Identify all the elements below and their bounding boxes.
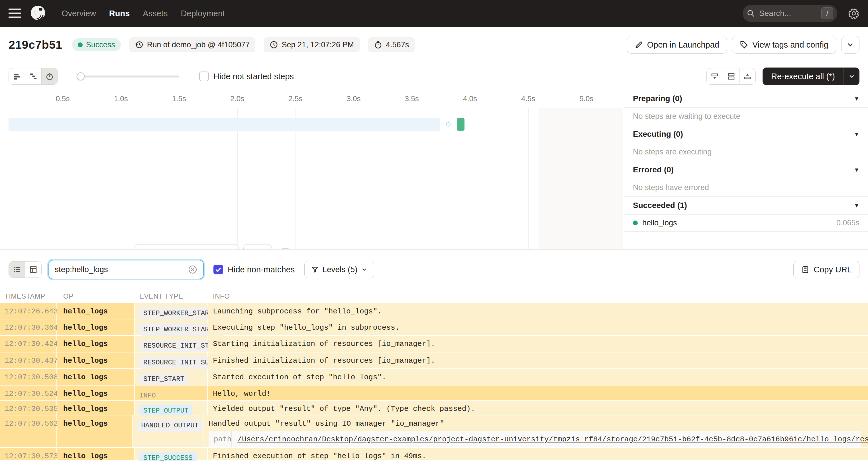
collapse-triangle-icon[interactable]: ▼ bbox=[854, 167, 860, 173]
run-tag[interactable]: Run of demo_job @ 4f105077 bbox=[129, 37, 256, 52]
open-in-launchpad-button[interactable]: Open in Launchpad bbox=[627, 36, 727, 54]
axis-tick-label: 4.0s bbox=[463, 94, 477, 103]
nav-link-deployment[interactable]: Deployment bbox=[181, 9, 225, 18]
axis-tick-label: 2.0s bbox=[230, 94, 244, 103]
step-marker-circle[interactable] bbox=[446, 122, 451, 126]
log-row[interactable]: 12:07:30.573 hello_logs STEP_SUCCESS Fin… bbox=[0, 448, 868, 460]
section-title: Executing (0) bbox=[633, 130, 683, 139]
expand-bottom-panel-button[interactable] bbox=[707, 68, 723, 84]
section-header[interactable]: Succeeded (1) ▼ bbox=[624, 196, 868, 215]
gantt-waterfall-view-button[interactable] bbox=[25, 68, 41, 84]
log-row[interactable]: 12:07:26.643 hello_logs STEP_WORKER_STAR… bbox=[0, 303, 868, 319]
section-empty-text: No steps are waiting to execute bbox=[624, 108, 868, 125]
run-status-panel: Preparing (0) ▼ No steps are waiting to … bbox=[624, 90, 868, 249]
log-view-mode-group bbox=[8, 261, 41, 278]
step-subset-input[interactable] bbox=[134, 244, 239, 249]
copy-url-button[interactable]: Copy URL bbox=[793, 261, 860, 278]
path-link[interactable]: /Users/erincochran/Desktop/dagster-examp… bbox=[237, 435, 868, 443]
collapse-triangle-icon[interactable]: ▼ bbox=[854, 95, 860, 102]
log-row[interactable]: 12:07:30.524 hello_logs INFO Hello, worl… bbox=[0, 386, 868, 401]
nav-link-runs[interactable]: Runs bbox=[109, 9, 130, 18]
section-header[interactable]: Executing (0) ▼ bbox=[624, 125, 868, 143]
log-event-type: STEP_START bbox=[135, 369, 208, 385]
collapse-triangle-icon[interactable]: ▼ bbox=[854, 202, 860, 209]
log-op: hello_logs bbox=[57, 448, 135, 460]
hide-not-started-checkbox[interactable] bbox=[199, 71, 209, 81]
log-event-type: RESOURCE_INIT_SUCC… bbox=[135, 352, 208, 368]
log-structured-view-button[interactable] bbox=[25, 262, 41, 278]
menu-icon[interactable] bbox=[8, 8, 21, 18]
gantt-toolbar: Hide not started steps Re-execute all (*… bbox=[0, 63, 868, 90]
log-filter-input[interactable] bbox=[49, 260, 204, 279]
levels-dropdown-button[interactable]: Levels (5) bbox=[304, 261, 374, 278]
section-title: Succeeded (1) bbox=[633, 201, 687, 210]
stopwatch-icon bbox=[374, 40, 382, 49]
log-op: hello_logs bbox=[57, 336, 135, 352]
log-list-view-button[interactable] bbox=[9, 262, 25, 278]
log-row[interactable]: 12:07:30.535 hello_logs STEP_OUTPUT Yiel… bbox=[0, 401, 868, 416]
log-row[interactable]: 12:07:30.424 hello_logs RESOURCE_INIT_ST… bbox=[0, 336, 868, 352]
gantt-view-mode-group bbox=[8, 68, 58, 85]
gantt-chart: 0.5s1.0s1.5s2.0s2.5s3.0s3.5s4.0s4.5s5.0s… bbox=[0, 90, 624, 249]
event-type-chip: INFO bbox=[140, 390, 160, 402]
gantt-flat-view-button[interactable] bbox=[9, 68, 25, 84]
axis-tick-label: 4.5s bbox=[521, 94, 535, 103]
log-section: Hide non-matches Levels (5) Copy URL TIM… bbox=[0, 249, 868, 461]
dagster-logo-icon[interactable] bbox=[30, 5, 47, 22]
section-header[interactable]: Errored (0) ▼ bbox=[624, 161, 868, 179]
graph-query-toggle-button[interactable] bbox=[243, 244, 272, 249]
gantt-zoom-slider[interactable] bbox=[76, 72, 179, 80]
nav-link-assets[interactable]: Assets bbox=[143, 9, 167, 18]
log-op: hello_logs bbox=[57, 303, 135, 319]
log-info: Started execution of step "hello_logs". bbox=[208, 369, 868, 385]
log-event-type: RESOURCE_INIT_STAR… bbox=[135, 336, 208, 352]
axis-tick-label: 0.5s bbox=[56, 94, 69, 103]
column-header: EVENT TYPE bbox=[135, 289, 208, 303]
run-more-actions-button[interactable] bbox=[841, 36, 860, 54]
hide-non-matches-checkbox[interactable] bbox=[213, 265, 223, 274]
log-filter-field[interactable] bbox=[55, 265, 188, 274]
event-type-chip: STEP_OUTPUT bbox=[140, 405, 192, 417]
axis-tick-label: 3.0s bbox=[346, 94, 361, 103]
collapse-triangle-icon[interactable]: ▼ bbox=[854, 131, 860, 137]
clipboard-icon bbox=[801, 265, 810, 274]
axis-tick-label: 2.5s bbox=[288, 94, 302, 103]
pencil-icon bbox=[634, 40, 643, 49]
run-tag[interactable]: 4.567s bbox=[368, 37, 414, 52]
log-info: Hello, world! bbox=[208, 386, 868, 400]
view-tags-config-button[interactable]: View tags and config bbox=[732, 36, 836, 54]
log-row[interactable]: 12:07:30.364 hello_logs STEP_WORKER_STAR… bbox=[0, 319, 868, 336]
search-input[interactable]: Search... / bbox=[743, 5, 837, 22]
slider-knob[interactable] bbox=[76, 72, 85, 80]
nav-links: OverviewRunsAssetsDeployment bbox=[62, 9, 225, 18]
gantt-timed-view-button[interactable] bbox=[41, 68, 58, 84]
reexecute-dropdown-button[interactable] bbox=[843, 67, 860, 85]
log-table-header: TIMESTAMPOPEVENT TYPEINFO bbox=[0, 289, 868, 303]
log-event-type: STEP_WORKER_STARTED bbox=[135, 319, 208, 335]
nav-link-overview[interactable]: Overview bbox=[62, 9, 96, 18]
step-bar-hello-logs[interactable] bbox=[457, 118, 464, 131]
reexecute-all-button[interactable]: Re-execute all (*) bbox=[763, 67, 860, 85]
run-tag[interactable]: Sep 21, 12:07:26 PM bbox=[264, 37, 360, 52]
section-header[interactable]: Preparing (0) ▼ bbox=[624, 90, 868, 108]
log-timestamp: 12:07:30.364 bbox=[0, 319, 57, 335]
section-empty-text: No steps have errored bbox=[624, 179, 868, 196]
log-timestamp: 12:07:30.508 bbox=[0, 369, 57, 385]
step-subset-controls: Hide unselected steps bbox=[134, 244, 376, 249]
log-info: Finished initialization of resources [io… bbox=[208, 352, 868, 368]
log-timestamp: 12:07:30.562 bbox=[0, 416, 57, 447]
log-op: hello_logs bbox=[57, 369, 135, 385]
log-event-type: HANDLED_OUTPUT bbox=[132, 416, 204, 447]
log-row[interactable]: 12:07:30.508 hello_logs STEP_START Start… bbox=[0, 369, 868, 386]
split-panels-button[interactable] bbox=[723, 68, 739, 84]
top-nav: OverviewRunsAssetsDeployment Search... / bbox=[0, 0, 868, 27]
log-info: Starting initialization of resources [io… bbox=[208, 336, 868, 352]
clear-filter-icon[interactable] bbox=[188, 265, 197, 274]
log-row[interactable]: 12:07:30.437 hello_logs RESOURCE_INIT_SU… bbox=[0, 352, 868, 369]
settings-gear-icon[interactable] bbox=[848, 8, 860, 19]
after-run-shading bbox=[538, 108, 623, 249]
log-info: Executing step "hello_logs" in subproces… bbox=[208, 319, 868, 335]
log-row[interactable]: 12:07:30.562 hello_logs HANDLED_OUTPUT H… bbox=[0, 416, 868, 448]
expand-top-panel-button[interactable] bbox=[739, 68, 755, 84]
succeeded-step-row[interactable]: hello_logs 0.065s bbox=[624, 215, 868, 232]
